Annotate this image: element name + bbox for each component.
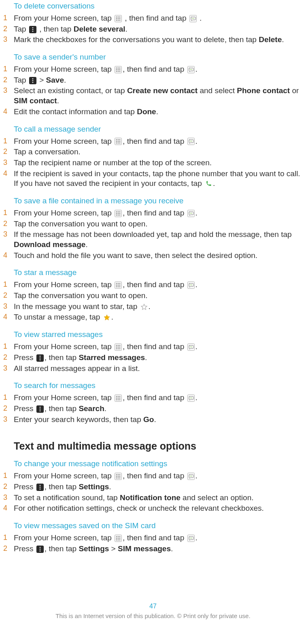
- svg-point-103: [116, 399, 117, 401]
- svg-point-83: [118, 347, 119, 348]
- section-title: To view messages saved on the SIM card: [14, 521, 303, 530]
- svg-point-90: [191, 347, 191, 348]
- step-text: Enter your search keywords, then tap Go.: [14, 415, 303, 425]
- messaging-icon: [189, 15, 197, 22]
- step-text: From your Home screen, tap , then find a…: [14, 64, 303, 75]
- svg-point-12: [193, 18, 193, 19]
- svg-point-17: [32, 31, 34, 32]
- step-text: Press , then tap Search.: [14, 404, 303, 414]
- svg-point-38: [118, 139, 119, 141]
- step-number: 4: [3, 107, 14, 116]
- svg-point-139: [116, 540, 117, 541]
- step-list: 1From your Home screen, tap , then find …: [3, 13, 303, 45]
- step-number: 3: [3, 364, 14, 373]
- svg-point-69: [118, 285, 119, 286]
- svg-point-44: [118, 143, 119, 144]
- apps-grid-icon: [115, 15, 122, 22]
- step-text: From your Home screen, tap , then find a…: [14, 136, 303, 147]
- svg-point-43: [116, 143, 117, 144]
- step-item: 1From your Home screen, tap , then find …: [3, 64, 303, 75]
- step-text: Mark the checkboxes for the conversation…: [14, 35, 303, 45]
- step-item: 1From your Home screen, tap , then find …: [3, 392, 303, 403]
- messaging-icon: [187, 138, 195, 145]
- svg-point-54: [116, 213, 117, 214]
- step-item: 3To set a notification sound, tap Notifi…: [3, 493, 303, 503]
- svg-point-117: [119, 474, 121, 476]
- step-item: 1From your Home screen, tap , then find …: [3, 471, 303, 482]
- svg-point-19: [116, 68, 117, 69]
- step-item: 4To unstar a message, tap .: [3, 312, 303, 323]
- svg-point-66: [118, 283, 119, 284]
- svg-point-16: [32, 29, 34, 30]
- step-item: 4Edit the contact information and tap Do…: [3, 107, 303, 117]
- svg-point-22: [116, 69, 117, 70]
- svg-point-119: [118, 476, 119, 477]
- step-item: 2Press , then tap Search.: [3, 403, 303, 414]
- step-item: 3Select an existing contact, or tap Crea…: [3, 85, 303, 106]
- svg-point-42: [119, 141, 121, 142]
- step-text: If the recipient is saved in your contac…: [14, 169, 303, 189]
- step-number: 2: [3, 482, 14, 491]
- svg-point-75: [190, 285, 191, 286]
- svg-point-138: [119, 538, 121, 539]
- svg-point-131: [39, 488, 40, 490]
- step-number: 1: [3, 471, 14, 480]
- step-number: 1: [3, 13, 14, 23]
- step-text: Press , then tap Settings.: [14, 482, 303, 492]
- svg-point-149: [39, 550, 40, 552]
- svg-point-35: [32, 82, 34, 83]
- svg-point-101: [118, 398, 119, 399]
- step-item: 2Press , then tap Settings.: [3, 482, 303, 493]
- content-region: To change your message notification sett…: [3, 459, 303, 554]
- svg-point-53: [119, 211, 121, 213]
- svg-point-79: [116, 345, 117, 346]
- svg-point-134: [118, 536, 119, 537]
- svg-point-26: [118, 71, 119, 72]
- content-region: To delete conversations1From your Home s…: [3, 2, 303, 425]
- svg-point-147: [39, 547, 40, 548]
- step-item: 2Tap the conversation you want to open.: [3, 219, 303, 230]
- svg-point-70: [119, 285, 121, 286]
- section-title: To delete conversations: [14, 2, 303, 11]
- step-item: 3In the message you want to star, tap .: [3, 301, 303, 312]
- svg-point-100: [116, 398, 117, 399]
- step-list: 1From your Home screen, tap , then find …: [3, 533, 303, 554]
- document-page: To delete conversations1From your Home s…: [0, 2, 306, 631]
- step-item: 4Touch and hold the file you want to sav…: [3, 250, 303, 261]
- step-item: 3Enter your search keywords, then tap Go…: [3, 414, 303, 425]
- step-number: 2: [3, 75, 14, 85]
- step-number: 4: [3, 169, 14, 178]
- svg-point-27: [119, 71, 121, 72]
- step-list: 1From your Home screen, tap , then find …: [3, 471, 303, 514]
- svg-point-87: [119, 348, 121, 350]
- step-item: 3All starred messages appear in a list.: [3, 363, 303, 374]
- step-item: 2Tap > Save.: [3, 75, 303, 86]
- step-number: 3: [3, 86, 14, 95]
- main-heading: Text and multimedia message options: [14, 440, 303, 452]
- step-number: 3: [3, 158, 14, 167]
- svg-point-72: [118, 286, 119, 288]
- bold-label: SIM contact: [14, 96, 57, 105]
- svg-point-127: [191, 476, 192, 477]
- step-number: 1: [3, 393, 14, 402]
- step-number: 2: [3, 291, 14, 300]
- step-list: 1From your Home screen, tap , then find …: [3, 392, 303, 425]
- step-text: From your Home screen, tap , then find a…: [14, 13, 303, 23]
- step-number: 2: [3, 404, 14, 413]
- step-item: 2Press , then tap Settings > SIM message…: [3, 544, 303, 554]
- svg-point-123: [119, 478, 121, 479]
- step-text: From your Home screen, tap , then find a…: [14, 280, 303, 290]
- step-item: 1From your Home screen, tap , then find …: [3, 279, 303, 290]
- step-number: 3: [3, 493, 14, 502]
- svg-point-145: [191, 538, 192, 539]
- step-number: 2: [3, 24, 14, 34]
- bold-label: Done: [137, 107, 156, 116]
- svg-point-116: [118, 474, 119, 476]
- svg-point-111: [39, 407, 40, 408]
- step-item: 4If the recipient is saved in your conta…: [3, 168, 303, 189]
- step-list: 1From your Home screen, tap , then find …: [3, 136, 303, 189]
- step-list: 1From your Home screen, tap , then find …: [3, 341, 303, 374]
- step-text: From your Home screen, tap , then find a…: [14, 533, 303, 543]
- svg-point-115: [116, 474, 117, 476]
- step-number: 3: [3, 230, 14, 239]
